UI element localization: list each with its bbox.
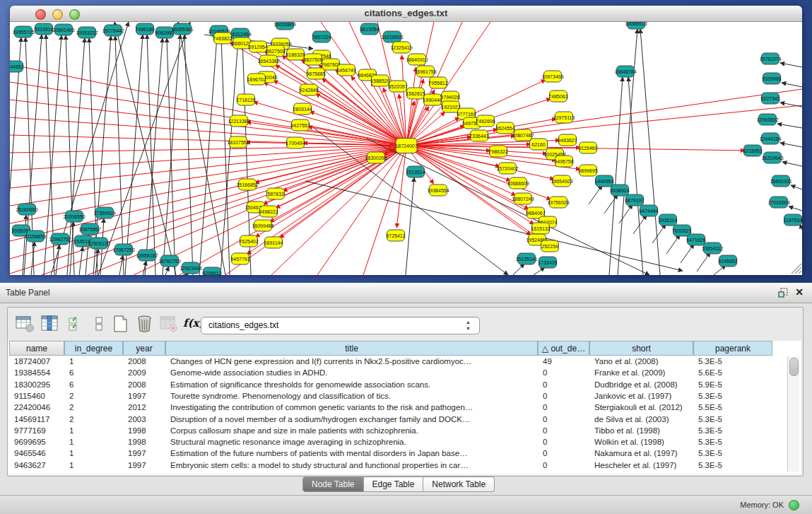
delete-rows-icon[interactable] [135,314,155,334]
column-header-name[interactable]: name [9,341,64,356]
network-node[interactable]: 20691406 [52,24,74,35]
network-node[interactable]: 10807487 [512,129,534,141]
network-node[interactable]: 15720407 [496,163,518,174]
network-node[interactable]: 2718126 [236,94,255,105]
table-row[interactable]: 1456911722003Disruption of a novel membe… [8,414,784,426]
network-node[interactable]: 18107552 [227,136,249,148]
network-node[interactable]: 7485063 [548,90,567,102]
network-node[interactable]: 2336443 [469,130,488,141]
column-header-year[interactable]: year [123,341,165,356]
tab-network-table[interactable]: Network Table [423,477,495,492]
network-node[interactable]: 8938924 [610,185,629,196]
network-node[interactable]: 17957253 [112,244,134,255]
network-node[interactable]: 9899695 [578,165,597,176]
window-resize-grip[interactable] [799,271,801,274]
memory-status-indicator[interactable] [789,500,799,510]
network-node[interactable]: 7466180 [135,23,154,35]
network-node[interactable]: 20206556 [63,211,85,222]
network-node[interactable]: 12325419 [390,42,412,53]
select-rows-icon[interactable] [67,314,87,334]
network-node[interactable]: 12213383 [228,115,249,127]
network-node[interactable]: 15751074 [759,53,781,64]
network-node[interactable]: 19218506 [381,31,403,42]
table-row[interactable]: 2242004622012Investigating the contribut… [8,402,784,414]
network-node[interactable]: 587833 [267,188,285,199]
network-node[interactable]: 17016504 [767,197,789,208]
network-node[interactable]: 252254 [541,240,559,252]
network-node[interactable]: 25160650 [16,204,37,215]
table-row[interactable]: 969969511998Structural magnetic resonanc… [8,437,784,448]
network-node[interactable]: 10654112 [702,243,724,254]
column-header-pagerank[interactable]: pagerank [693,341,772,356]
table-row[interactable]: 911546021997Tourette syndrome. Phenomeno… [8,391,784,402]
table-row[interactable]: 946362711997Embryonic stem cells: a mode… [8,460,784,472]
network-node[interactable]: 1733426 [538,257,557,268]
table-row[interactable]: 946554611997Estimation of the future num… [8,448,784,460]
network-node[interactable]: 1513514 [406,166,425,177]
network-node[interactable]: 7625402 [239,235,258,247]
network-node[interactable]: 13958187 [136,250,158,261]
network-node[interactable]: 9495758 [554,156,573,167]
table-row[interactable]: 1830029562008Estimation of significance … [8,380,784,391]
network-node[interactable]: 8186328 [286,49,305,60]
tab-edge-table[interactable]: Edge Table [364,477,424,492]
network-node[interactable]: 19085913 [625,22,647,29]
network-node[interactable]: 16099488 [252,220,273,231]
network-node[interactable]: 9474444 [639,205,658,216]
network-node[interactable]: 17359924 [93,207,115,218]
table-row[interactable]: 1938455462009Genome-wide association stu… [8,368,784,379]
network-node[interactable]: 8215953 [743,145,762,156]
network-node[interactable]: 9245612 [202,267,221,275]
new-document-icon[interactable] [111,314,131,334]
network-node[interactable]: 12444154 [759,133,781,144]
network-node[interactable]: 2935114 [659,214,678,226]
network-node[interactable]: 18300295 [365,152,387,163]
network-node[interactable]: 2803144 [293,103,312,115]
show-columns-icon[interactable] [40,314,60,334]
network-node[interactable]: 1691144 [264,237,283,248]
network-node[interactable]: 15692931 [770,175,792,187]
column-header-in_degree[interactable]: in_degree [64,341,123,356]
network-node[interactable]: 8522057 [388,81,407,92]
network-node[interactable]: 9313916 [34,23,53,35]
network-node[interactable]: 6879197 [625,194,644,206]
network-node[interactable]: 7463822 [213,33,232,44]
network-node[interactable]: 9725412 [386,230,405,241]
window-resize-grip[interactable] [795,267,801,274]
network-node[interactable]: 1944652 [10,61,24,72]
network-node[interactable]: 18807249 [512,193,534,204]
network-node[interactable]: 9242848 [299,84,318,95]
network-node[interactable]: 8813054 [360,23,379,35]
table-selector-dropdown[interactable]: citations_edges.txt ▲▼ [201,317,480,334]
network-node[interactable]: 9827508 [303,54,322,65]
network-node[interactable]: 8427552 [290,119,310,131]
network-node[interactable]: 16961758 [414,66,436,77]
network-node[interactable]: 12505135 [88,238,110,249]
network-node[interactable]: 5912954 [248,41,267,52]
network-node[interactable]: 1440954 [594,175,613,187]
table-settings-icon[interactable] [15,314,35,334]
column-header-short[interactable]: short [589,341,693,356]
network-node[interactable]: 9329966 [762,73,781,84]
network-node[interactable]: 12975115 [553,112,575,123]
network-node[interactable]: 19654923 [551,175,572,187]
network-node[interactable]: 9227343 [760,93,779,104]
network-node[interactable]: 11156859 [25,230,46,242]
table-scrollbar[interactable] [787,356,799,472]
network-node[interactable]: 1990446 [423,94,442,105]
tab-node-table[interactable]: Node Table [302,477,364,492]
network-node[interactable]: 15166852 [236,179,258,190]
network-window-titlebar[interactable]: citations_edges.txt [10,6,802,22]
network-node[interactable]: 16782759 [158,255,180,267]
network-node[interactable]: 1187534 [784,214,802,226]
table-row[interactable]: 977716911998Corpus callosum shape and si… [8,426,784,437]
network-canvas[interactable]: 1935572593139162069140610053237152764427… [10,22,802,275]
row-height-icon[interactable] [90,314,110,334]
network-node[interactable]: 9115460 [579,142,598,153]
network-node[interactable]: 18724007 [395,139,417,153]
network-node[interactable]: 16543382 [257,55,279,66]
network-node[interactable]: 9245652 [718,255,737,267]
table-scrollbar-thumb[interactable] [789,358,799,376]
network-node[interactable]: 19756928 [547,197,569,208]
network-node[interactable]: 1700494 [286,137,305,148]
